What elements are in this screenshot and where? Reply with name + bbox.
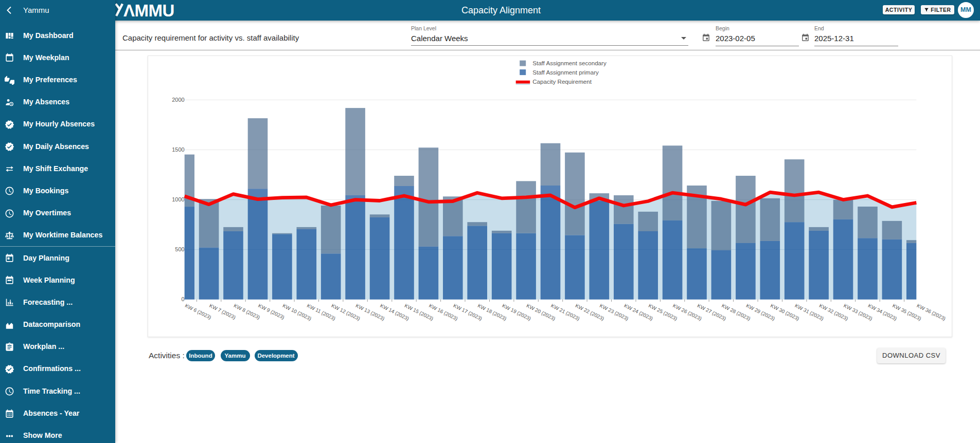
- svg-text:Staff Assignment primary: Staff Assignment primary: [532, 69, 599, 76]
- svg-text:1500: 1500: [172, 146, 185, 153]
- svg-text:Staff Assignment secondary: Staff Assignment secondary: [532, 60, 607, 66]
- svg-text:Capacity Requirement: Capacity Requirement: [532, 78, 592, 85]
- svg-text:KW 7 (2023): KW 7 (2023): [209, 303, 237, 320]
- svg-text:KW 8 (2023): KW 8 (2023): [233, 303, 261, 320]
- svg-text:KW 9 (2023): KW 9 (2023): [257, 303, 286, 320]
- svg-text:2000: 2000: [172, 97, 185, 103]
- svg-text:KW 6 (2023): KW 6 (2023): [184, 303, 212, 320]
- svg-text:500: 500: [175, 246, 185, 252]
- svg-text:0: 0: [182, 296, 185, 302]
- svg-text:1000: 1000: [172, 196, 185, 202]
